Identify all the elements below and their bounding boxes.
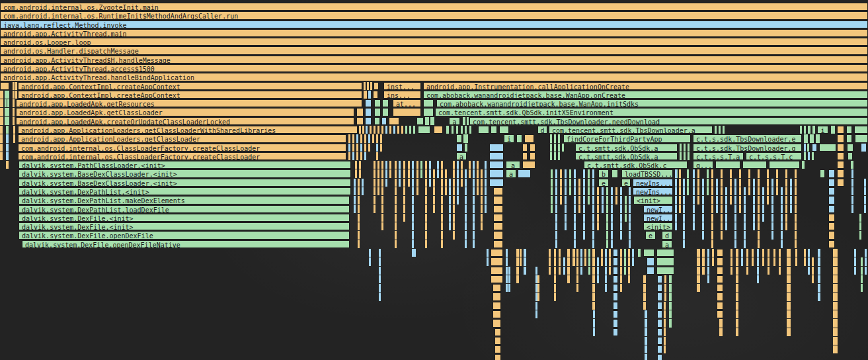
texture-bar[interactable] (702, 196, 704, 204)
texture-bar[interactable] (846, 134, 852, 143)
texture-bar[interactable] (717, 292, 723, 301)
texture-bar[interactable] (588, 249, 590, 257)
texture-bar[interactable] (574, 169, 576, 178)
texture-bar[interactable] (606, 196, 608, 204)
texture-bar[interactable] (833, 267, 838, 275)
texture-bar[interactable] (808, 257, 810, 266)
texture-bar[interactable] (520, 249, 522, 257)
texture-bar[interactable] (457, 169, 459, 178)
texture-bar[interactable] (506, 257, 508, 266)
texture-bar[interactable] (717, 275, 723, 283)
frame[interactable]: android.app.LoadedApk.createOrUpdateClas… (16, 117, 354, 125)
texture-bar[interactable] (524, 134, 534, 143)
texture-bar[interactable] (481, 187, 483, 195)
texture-bar[interactable] (376, 152, 378, 160)
texture-bar[interactable] (657, 337, 662, 345)
texture-bar[interactable] (597, 205, 599, 213)
frame[interactable]: android.app.ActivityThread.access$1500 (0, 64, 868, 72)
frame[interactable]: dalvik.system.DexFile.openDexFile (19, 231, 350, 240)
texture-bar[interactable] (837, 126, 844, 134)
texture-bar[interactable] (643, 302, 646, 310)
texture-bar[interactable] (697, 275, 700, 283)
texture-bar[interactable] (516, 275, 519, 283)
texture-bar[interactable] (609, 267, 611, 275)
frame[interactable]: android.app.Instrumentation.callApplicat… (423, 82, 868, 90)
texture-bar[interactable] (13, 134, 15, 143)
texture-bar[interactable] (453, 196, 455, 204)
texture-bar[interactable] (787, 275, 791, 283)
texture-bar[interactable] (687, 169, 689, 178)
texture-bar[interactable] (725, 196, 727, 204)
texture-bar[interactable] (831, 126, 835, 134)
texture-bar[interactable] (555, 196, 557, 204)
texture-bar[interactable] (461, 179, 463, 187)
texture-bar[interactable] (389, 169, 391, 178)
frame[interactable]: findCoreForThirdPartyApp (563, 134, 691, 143)
texture-bar[interactable] (433, 205, 435, 213)
texture-bar[interactable] (356, 108, 364, 116)
texture-bar[interactable] (487, 249, 489, 257)
frame[interactable]: i (504, 134, 514, 143)
texture-bar[interactable] (758, 231, 760, 240)
texture-bar[interactable] (452, 126, 454, 134)
texture-bar[interactable] (413, 126, 415, 134)
texture-bar[interactable] (625, 196, 627, 204)
texture-bar[interactable] (592, 169, 594, 178)
texture-bar[interactable] (721, 205, 723, 213)
texture-bar[interactable] (613, 275, 618, 283)
texture-bar[interactable] (453, 179, 455, 187)
frame[interactable]: c.t.smtt.sdk.QbSdk.a (575, 152, 678, 160)
texture-bar[interactable] (493, 187, 503, 195)
texture-bar[interactable] (555, 214, 557, 222)
texture-bar[interactable] (506, 284, 508, 292)
texture-bar[interactable] (522, 161, 535, 169)
texture-bar[interactable] (716, 187, 718, 195)
texture-bar[interactable] (758, 179, 760, 187)
texture-bar[interactable] (5, 108, 9, 116)
texture-bar[interactable] (516, 134, 522, 143)
texture-bar[interactable] (461, 161, 463, 169)
texture-bar[interactable] (736, 302, 738, 310)
texture-bar[interactable] (776, 179, 778, 187)
texture-bar[interactable] (508, 267, 510, 275)
texture-bar[interactable] (374, 82, 379, 90)
texture-bar[interactable] (702, 231, 704, 240)
texture-bar[interactable] (358, 240, 360, 248)
texture-bar[interactable] (645, 354, 647, 360)
texture-bar[interactable] (499, 126, 509, 134)
texture-bar[interactable] (785, 169, 787, 178)
texture-bar[interactable] (790, 179, 792, 187)
texture-bar[interactable] (707, 275, 709, 283)
texture-bar[interactable] (656, 267, 674, 275)
texture-bar[interactable] (684, 144, 686, 152)
texture-bar[interactable] (560, 196, 562, 204)
texture-bar[interactable] (785, 222, 787, 230)
texture-bar[interactable] (550, 144, 552, 152)
texture-bar[interactable] (364, 144, 366, 152)
texture-bar[interactable] (721, 214, 723, 222)
texture-bar[interactable] (828, 222, 835, 230)
texture-bar[interactable] (373, 91, 378, 99)
texture-bar[interactable] (465, 231, 467, 240)
texture-bar[interactable] (441, 214, 443, 222)
texture-bar[interactable] (629, 214, 631, 222)
texture-bar[interactable] (758, 222, 760, 230)
texture-bar[interactable] (819, 144, 836, 152)
texture-bar[interactable] (615, 187, 617, 195)
texture-bar[interactable] (837, 134, 844, 143)
texture-bar[interactable] (416, 187, 418, 195)
texture-bar[interactable] (734, 214, 736, 222)
texture-bar[interactable] (669, 275, 672, 283)
texture-bar[interactable] (412, 214, 414, 222)
texture-bar[interactable] (494, 354, 501, 360)
texture-bar[interactable] (382, 108, 389, 116)
texture-bar[interactable] (711, 187, 713, 195)
texture-bar[interactable] (664, 302, 666, 310)
texture-bar[interactable] (683, 205, 685, 213)
texture-bar[interactable] (734, 187, 736, 195)
texture-bar[interactable] (477, 187, 479, 195)
texture-bar[interactable] (697, 196, 699, 204)
frame[interactable]: dalvik.system.DexFile.<init> (19, 222, 350, 230)
texture-bar[interactable] (785, 179, 787, 187)
texture-bar[interactable] (374, 161, 375, 169)
